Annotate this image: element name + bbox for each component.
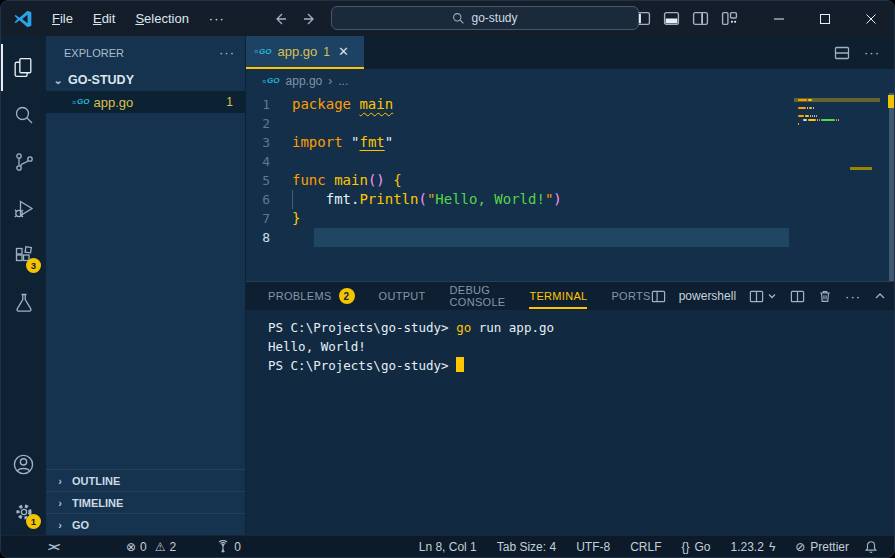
- accounts-icon[interactable]: [1, 441, 46, 488]
- testing-icon[interactable]: [1, 279, 46, 326]
- activity-bar: 3 1: [1, 36, 46, 535]
- panel-header: PROBLEMS2OUTPUTDEBUG CONSOLETERMINALPORT…: [246, 282, 894, 310]
- panel-tab-ports[interactable]: PORTS: [611, 282, 650, 310]
- chevron-down-icon: ⌄: [52, 74, 64, 87]
- tab-app-go[interactable]: GO app.go 1 ✕: [246, 36, 364, 69]
- code-line-6[interactable]: 6 fmt.Println("Hello, World!"): [246, 190, 894, 209]
- sidebar-section-go[interactable]: ›GO: [46, 513, 245, 535]
- minimap[interactable]: [794, 97, 880, 157]
- status-label: Ln 8, Col 1: [419, 540, 477, 554]
- panel-tab-problems[interactable]: PROBLEMS2: [268, 282, 355, 310]
- maximize-panel-icon[interactable]: [874, 290, 886, 302]
- line-number: 8: [246, 228, 292, 247]
- explorer-more-icon[interactable]: ···: [219, 45, 235, 60]
- breadcrumb[interactable]: GO app.go › ...: [246, 69, 894, 93]
- command-center-search[interactable]: go-study: [331, 6, 639, 30]
- panel-tab-output[interactable]: OUTPUT: [379, 282, 426, 310]
- panel-tab-label: DEBUG CONSOLE: [450, 284, 506, 308]
- terminal-view[interactable]: PS C:\Projects\go-study> go run app.goHe…: [246, 310, 894, 535]
- sidebar-header: EXPLORER ···: [46, 36, 245, 69]
- status-tab-size[interactable]: Tab Size: 4: [490, 536, 563, 558]
- status-label: UTF-8: [576, 540, 610, 554]
- status-formatter[interactable]: ⊘Prettier: [788, 536, 856, 558]
- code-line-7[interactable]: 7}: [246, 209, 894, 228]
- code-line-8[interactable]: 8: [246, 228, 894, 247]
- go-file-icon: GO: [72, 98, 90, 106]
- minimap-line: [798, 119, 839, 121]
- file-row-app-go[interactable]: GO app.go 1: [46, 91, 245, 113]
- ports-count: 0: [234, 540, 241, 554]
- toggle-secondary-sidebar-icon[interactable]: [692, 10, 709, 27]
- sidebar-section-timeline[interactable]: ›TIMELINE: [46, 491, 245, 513]
- history-nav: [272, 11, 318, 27]
- extensions-icon[interactable]: 3: [1, 232, 46, 279]
- split-editor-icon[interactable]: [834, 45, 850, 61]
- status-go-version[interactable]: 1.23.2ϟ: [724, 536, 783, 558]
- line-number: 2: [246, 114, 292, 133]
- chevron-right-icon: ›: [54, 519, 66, 531]
- sidebar-section-outline[interactable]: ›OUTLINE: [46, 469, 245, 491]
- editor-scrollbar[interactable]: [889, 93, 894, 281]
- remote-indicator[interactable]: ><: [41, 536, 64, 558]
- split-terminal-icon[interactable]: [790, 289, 805, 304]
- close-button[interactable]: [848, 1, 894, 36]
- tab-close-icon[interactable]: ✕: [338, 44, 349, 59]
- sidebar-explorer: EXPLORER ··· ⌄ GO-STUDY GO app.go 1 ›OUT…: [46, 36, 246, 535]
- menu-selection[interactable]: Selection: [126, 7, 197, 30]
- go-file-icon: GO: [262, 77, 280, 85]
- terminal-line-1: PS C:\Projects\go-study> go run app.go: [268, 318, 894, 337]
- minimize-button[interactable]: [756, 1, 802, 36]
- file-problem-badge: 1: [226, 95, 233, 109]
- panel-tab-debug-console[interactable]: DEBUG CONSOLE: [450, 282, 506, 310]
- radio-tower-icon: [216, 540, 230, 554]
- problems-status[interactable]: ⊗ 0 ⚠ 2: [121, 536, 181, 558]
- editor-group: GO app.go 1 ✕ ··· GO app.go › ... 1packa…: [246, 36, 894, 535]
- panel-tab-label: PORTS: [611, 290, 650, 302]
- panel-tab-label: OUTPUT: [379, 290, 426, 302]
- status-language-mode[interactable]: {}Go: [674, 536, 717, 558]
- customize-layout-icon[interactable]: [721, 10, 738, 27]
- back-arrow-icon[interactable]: [272, 11, 288, 27]
- settings-gear-icon[interactable]: 1: [1, 488, 46, 535]
- forward-arrow-icon[interactable]: [302, 11, 318, 27]
- new-terminal-dropdown-icon[interactable]: [749, 289, 777, 304]
- status-eol[interactable]: CRLF: [623, 536, 668, 558]
- warning-count: 2: [170, 540, 177, 554]
- maximize-button[interactable]: [802, 1, 848, 36]
- terminal-instance-icon: [651, 289, 666, 304]
- panel-more-icon[interactable]: ···: [845, 289, 861, 304]
- editor-more-icon[interactable]: ···: [864, 45, 880, 60]
- go-version-icon: ϟ: [769, 540, 775, 554]
- source-control-icon[interactable]: [1, 138, 46, 185]
- breadcrumb-symbol: ...: [338, 74, 348, 88]
- panel-tab-terminal[interactable]: TERMINAL: [529, 282, 587, 310]
- menu-edit[interactable]: Edit: [84, 7, 124, 30]
- folder-row-go-study[interactable]: ⌄ GO-STUDY: [46, 69, 245, 91]
- search-view-icon[interactable]: [1, 91, 46, 138]
- toggle-panel-icon[interactable]: [663, 10, 680, 27]
- status-label: CRLF: [630, 540, 661, 554]
- ports-status[interactable]: 0: [211, 536, 246, 558]
- status-label: 1.23.2: [731, 540, 764, 554]
- explorer-icon[interactable]: [1, 44, 46, 91]
- line-number: 5: [246, 171, 292, 190]
- breadcrumb-separator: ›: [328, 74, 332, 88]
- vscode-window: FileEditSelection··· go-study: [0, 0, 895, 558]
- status-encoding[interactable]: UTF-8: [569, 536, 617, 558]
- menu-file[interactable]: File: [43, 7, 82, 30]
- notifications-bell-icon[interactable]: [864, 540, 878, 554]
- kill-terminal-icon[interactable]: [818, 289, 832, 304]
- minimap-line: [798, 99, 812, 101]
- run-debug-icon[interactable]: [1, 185, 46, 232]
- status-cursor-position[interactable]: Ln 8, Col 1: [412, 536, 484, 558]
- terminal-shell-name[interactable]: powershell: [679, 289, 736, 303]
- code-editor[interactable]: 1package main23import "fmt"45func main()…: [246, 93, 894, 281]
- breadcrumb-file: app.go: [286, 74, 323, 88]
- vscode-logo-icon: [13, 9, 33, 29]
- chevron-right-icon: ›: [54, 475, 66, 487]
- search-value: go-study: [471, 11, 517, 25]
- tab-bar: GO app.go 1 ✕ ···: [246, 36, 894, 69]
- status-label: Go: [695, 540, 711, 554]
- code-line-5[interactable]: 5func main() {: [246, 171, 894, 190]
- menu-more-icon[interactable]: ···: [200, 7, 234, 30]
